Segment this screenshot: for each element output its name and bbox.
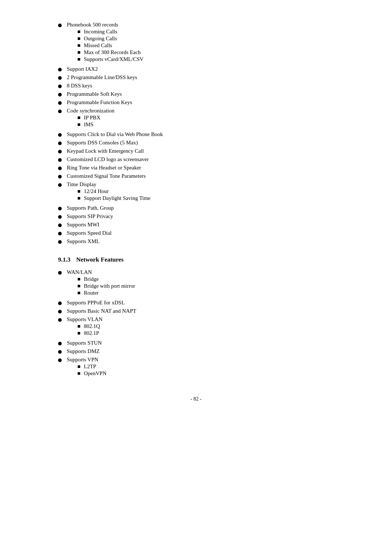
sub-list: L2TPOpenVPN	[67, 364, 334, 377]
bullet-icon	[58, 301, 62, 305]
sub-list-item-text: IMS	[84, 122, 334, 128]
bullet-icon	[58, 93, 62, 97]
sub-bullet-icon	[78, 325, 80, 328]
sub-bullet-icon	[78, 365, 80, 368]
list-item: Supports PPPoE for xDSL	[58, 300, 334, 306]
list-item-text: Code synchronization	[67, 108, 114, 114]
sub-list: IP PBXIMS	[67, 115, 334, 128]
sub-list: Incoming CallsOutgoing CallsMissed Calls…	[67, 29, 334, 62]
list-item-text: Programmable Function Keys	[67, 99, 132, 105]
sub-list-item-text: Outgoing Calls	[84, 36, 334, 42]
list-item: Code synchronizationIP PBXIMS	[58, 108, 334, 129]
list-item: WAN/LANBridgeBridge with port mirrorRout…	[58, 269, 334, 297]
bullet-icon	[58, 24, 62, 27]
sub-list-item: IP PBX	[67, 115, 334, 121]
bullet-icon	[58, 232, 62, 235]
list-item-text: Supports PPPoE for xDSL	[67, 300, 125, 305]
bullet-icon	[58, 342, 62, 345]
sub-bullet-icon	[78, 44, 80, 47]
sub-list-item-text: Router	[84, 290, 334, 296]
sub-bullet-icon	[78, 37, 80, 40]
bullet-icon	[58, 223, 62, 227]
list-item-text: Supports SIP Privacy	[67, 213, 113, 219]
list-item-text: Support IAX2	[67, 66, 98, 72]
sub-list-item-text: OpenVPN	[84, 370, 334, 377]
sub-list-item: Router	[67, 290, 334, 296]
main-list: Phonebook 500 recordsIncoming CallsOutgo…	[58, 22, 334, 245]
list-item-text: 8 DSS keys	[67, 83, 92, 89]
bullet-icon	[58, 175, 62, 178]
list-item: Time Display12/24 HourSupport Daylight S…	[58, 181, 334, 203]
bullet-icon	[58, 240, 62, 244]
bullet-icon	[58, 358, 62, 362]
sub-list-item: Missed Calls	[67, 42, 334, 49]
list-item: Supports STUN	[58, 340, 334, 346]
sub-list-item-text: 12/24 Hour	[84, 188, 334, 194]
bullet-icon	[58, 76, 62, 80]
sub-bullet-icon	[78, 285, 80, 287]
bullet-icon	[58, 150, 62, 153]
sub-list-item-text: Supports vCard/XML/CSV	[84, 56, 334, 62]
sub-list-item: Outgoing Calls	[67, 36, 334, 42]
list-item: Supports DMZ	[58, 348, 334, 354]
list-item: Supports DSS Consoles (5 Max)	[58, 140, 334, 146]
list-item-text: Supports STUN	[67, 340, 102, 346]
list-item: 2 Programmable Line/DSS keys	[58, 74, 334, 81]
sub-list-item: Max of 300 Records Each	[67, 49, 334, 56]
section-heading: 9.1.3Network Features	[58, 256, 334, 263]
sub-list: 802.1Q802.1P	[67, 323, 334, 336]
bullet-icon	[58, 158, 62, 162]
list-item: Ring Tone via Headset or Speaker	[58, 165, 334, 171]
sub-list-item-text: Missed Calls	[84, 42, 334, 49]
list-item-text: Supports VPN	[67, 357, 98, 362]
content-area: Phonebook 500 recordsIncoming CallsOutgo…	[58, 22, 334, 402]
sub-bullet-icon	[78, 332, 80, 335]
sub-list-item: Bridge with port mirror	[67, 283, 334, 289]
bullet-icon	[58, 167, 62, 170]
list-item-text: Customized LCD logo as screensaver	[67, 156, 149, 162]
section-title: Network Features	[76, 256, 123, 263]
list-item: Support IAX2	[58, 66, 334, 72]
list-item: Supports VPNL2TPOpenVPN	[58, 357, 334, 378]
list-item: Supports XML	[58, 238, 334, 245]
sub-list-item: Bridge	[67, 276, 334, 282]
bullet-icon	[58, 207, 62, 210]
list-item-text: Supports VLAN	[67, 316, 102, 322]
sub-list-item-text: L2TP	[84, 364, 334, 370]
list-item: Customized Signal Tone Parameters	[58, 173, 334, 179]
bullet-icon	[58, 310, 62, 313]
sub-bullet-icon	[78, 190, 80, 193]
list-item-text: Supports Click to Dial via Web Phone Boo…	[67, 131, 163, 137]
list-item-text: Supports XML	[67, 238, 99, 244]
list-item-text: Supports Path, Group	[67, 205, 114, 211]
list-item-text: Ring Tone via Headset or Speaker	[67, 165, 141, 171]
list-item: Supports Basic NAT and NAPT	[58, 308, 334, 314]
bullet-icon	[58, 85, 62, 88]
list-item-text: Supports Speed Dial	[67, 230, 111, 236]
sub-list-item: IMS	[67, 122, 334, 128]
sub-list-item-text: Bridge	[84, 276, 334, 282]
sub-bullet-icon	[78, 116, 80, 119]
sub-list-item: L2TP	[67, 364, 334, 370]
sub-list-item: 12/24 Hour	[67, 188, 334, 194]
sub-list-item-text: Max of 300 Records Each	[84, 49, 334, 56]
sub-bullet-icon	[78, 197, 80, 200]
bullet-icon	[58, 350, 62, 354]
list-item-text: Time Display	[67, 181, 97, 187]
sub-bullet-icon	[78, 30, 80, 33]
sub-list-item-text: Support Daylight Saving Time	[84, 195, 334, 201]
sub-list-item-text: IP PBX	[84, 115, 334, 121]
bullet-icon	[58, 318, 62, 322]
sub-bullet-icon	[78, 292, 80, 294]
list-item-text: WAN/LAN	[67, 269, 92, 275]
sub-list-item: 802.1P	[67, 330, 334, 336]
list-item: Supports Path, Group	[58, 205, 334, 211]
bullet-icon	[58, 101, 62, 105]
list-item: Supports VLAN802.1Q802.1P	[58, 316, 334, 338]
sub-bullet-icon	[78, 51, 80, 54]
list-item-text: Customized Signal Tone Parameters	[67, 173, 146, 179]
sub-list-item-text: Bridge with port mirror	[84, 283, 334, 289]
list-item: Programmable Function Keys	[58, 99, 334, 106]
list-item-text: Keypad Lock with Emergency Call	[67, 148, 144, 154]
sub-list: BridgeBridge with port mirrorRouter	[67, 276, 334, 296]
